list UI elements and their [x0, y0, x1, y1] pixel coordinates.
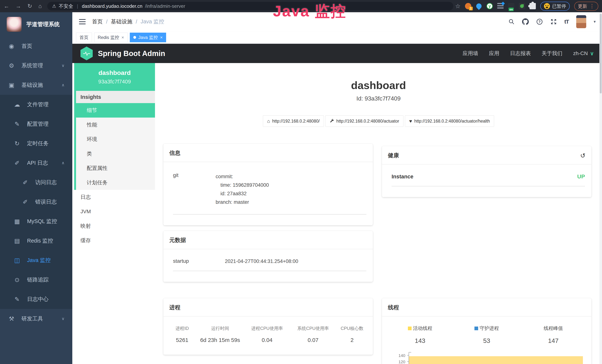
metadata-row-label: startup — [173, 258, 225, 264]
profile-paused-chip[interactable]: 已暂停 — [540, 2, 570, 11]
metadata-card: 元数据 startup 2021-04-27T00:44:31.254+08:0… — [163, 231, 373, 282]
git-branch-line: branch: master — [216, 198, 269, 206]
service-url-button[interactable]: ⌂ http://192.168.0.2:48080/ — [263, 115, 324, 127]
browser-right-cluster: ☆ 1 y on 已暂停 更新 ⋮ — [455, 2, 598, 11]
sidebar-item-config-mgmt[interactable]: ✎ 配置管理 — [0, 114, 72, 134]
extension-icon-pin[interactable] — [475, 2, 483, 10]
extensions-puzzle-icon[interactable] — [529, 3, 536, 9]
tab-redis-monitor[interactable]: Redis 监控 × — [94, 33, 128, 42]
browser-update-chip[interactable]: 更新 ⋮ — [574, 2, 598, 11]
sidebar-item-label: 定时任务 — [27, 140, 49, 147]
address-bar[interactable]: ⚠ 不安全 | dashboard.yudao.iocoder.cn/infra… — [47, 2, 453, 11]
y-tick-120: 120 — [393, 360, 405, 364]
sba-item-config-props[interactable]: 配置属性 — [76, 161, 155, 175]
reload-icon[interactable]: ↻ — [27, 3, 32, 9]
sba-item-caches[interactable]: 缓存 — [74, 233, 155, 248]
sba-item-scheduled[interactable]: 计划任务 — [76, 175, 155, 190]
health-card: 健康 ↺ Instance UP — [382, 146, 591, 197]
sba-item-details[interactable]: 细节 — [76, 103, 155, 118]
sba-locale-select[interactable]: zh-CN ∨ — [573, 50, 594, 57]
tab-java-monitor[interactable]: Java 监控 × — [130, 33, 166, 42]
sidebar-item-system[interactable]: ⚙ 系统管理 ∨ — [0, 56, 72, 75]
health-url-button[interactable]: ♥ http://192.168.0.2:48080/actuator/heal… — [405, 115, 494, 127]
sba-item-jvm[interactable]: JVM — [74, 204, 155, 219]
sidebar-item-redis-monitor[interactable]: ▤ Redis 监控 — [0, 231, 72, 250]
value-system-cpu: 0.07 — [290, 337, 336, 343]
breadcrumb-infra[interactable]: 基础设施 — [111, 18, 132, 25]
actuator-url-button[interactable]: http://192.168.0.2:48080/actuator — [325, 115, 403, 127]
sidebar-item-access-log[interactable]: ✐ 访问日志 — [0, 173, 72, 192]
sidebar-item-file-mgmt[interactable]: ☁ 文件管理 — [0, 95, 72, 114]
url-path[interactable]: /infra/admin-server — [145, 3, 185, 9]
threads-card: 线程 活动线程 143 — [382, 298, 591, 364]
value-pid: 5261 — [168, 337, 196, 343]
page-scrollbar[interactable] — [599, 12, 602, 364]
avatar-caret-icon[interactable]: ▾ — [594, 19, 596, 24]
fullscreen-icon[interactable] — [550, 18, 557, 25]
close-icon[interactable]: × — [160, 35, 163, 40]
sba-item-environment[interactable]: 环境 — [76, 132, 155, 147]
sidebar-item-dev-tools[interactable]: ⚒ 研发工具 ∨ — [0, 309, 72, 328]
legend-peak-threads: 线程峰值 147 — [520, 325, 587, 344]
sidebar-item-home[interactable]: ◉ 首页 — [0, 36, 72, 56]
extension-icon-leaf[interactable] — [519, 3, 525, 9]
home-icon[interactable]: ⌂ — [38, 3, 42, 9]
extension-icon-y[interactable]: y — [486, 3, 493, 9]
sba-nav-wallboard[interactable]: 应用墙 — [462, 50, 478, 57]
url-host[interactable]: dashboard.yudao.iocoder.cn — [82, 3, 143, 9]
bookmark-star-icon[interactable]: ☆ — [455, 3, 461, 10]
col-header-system-cpu: 系统CPU使用率 — [290, 325, 336, 331]
value-uptime: 6d 23h 15m 59s — [196, 337, 244, 343]
sba-instance-header[interactable]: dashboard 93a3fc7f7409 — [74, 63, 155, 91]
sba-brand-title[interactable]: Spring Boot Admin — [98, 49, 165, 58]
sba-item-logs[interactable]: 日志 — [74, 190, 155, 204]
sidebar-item-error-log[interactable]: ✐ 错误日志 — [0, 192, 72, 212]
spring-boot-admin-logo-icon[interactable] — [80, 47, 93, 60]
security-warning-icon[interactable]: ⚠ — [52, 3, 56, 9]
threads-card-header: 线程 — [382, 298, 591, 317]
tab-home[interactable]: 首页 — [76, 33, 92, 42]
security-label[interactable]: 不安全 — [59, 3, 73, 10]
sba-item-metrics[interactable]: 性能 — [76, 118, 155, 132]
search-icon[interactable] — [508, 19, 515, 25]
close-icon[interactable]: × — [121, 35, 124, 40]
sba-nav-about[interactable]: 关于我们 — [542, 50, 562, 57]
browser-menu-icon[interactable]: ⋮ — [589, 3, 595, 9]
extension-icon-grid[interactable] — [497, 3, 504, 9]
sba-nav-applications[interactable]: 应用 — [489, 50, 499, 57]
help-icon[interactable]: ? — [536, 18, 543, 25]
legend-value: 53 — [453, 337, 520, 344]
sidebar-item-mysql-monitor[interactable]: ▦ MySQL 监控 — [0, 212, 72, 231]
avatar[interactable] — [576, 15, 586, 28]
sidebar-item-infra[interactable]: ▣ 基础设施 ∧ — [0, 75, 72, 95]
sba-nav-journal[interactable]: 日志报表 — [510, 50, 531, 57]
info-card-header: 信息 — [163, 144, 373, 162]
forward-icon[interactable]: → — [16, 3, 21, 9]
sidebar-item-log-center[interactable]: ✎ 日志中心 — [0, 289, 72, 309]
history-icon[interactable]: ↺ — [580, 152, 586, 159]
sidebar-item-api-log[interactable]: ✐ API 日志 ∧ — [0, 153, 72, 173]
value-process-cpu: 0.04 — [244, 337, 290, 343]
process-table: 进程ID 运行时间 进程CPU使用率 系统CPU使用率 CPU核心数 5261 … — [163, 317, 373, 355]
extension-icon-orange[interactable]: 1 — [465, 3, 471, 9]
sba-item-mappings[interactable]: 映射 — [74, 219, 155, 233]
sidebar-collapse-icon[interactable] — [79, 19, 86, 24]
github-icon[interactable] — [522, 18, 529, 25]
chevron-up-icon: ∧ — [62, 161, 64, 165]
app-logo-row[interactable]: 芋道管理系统 — [0, 12, 72, 36]
font-size-icon[interactable]: tT — [564, 19, 569, 25]
edit-icon: ✎ — [13, 120, 21, 128]
process-card-header: 进程 — [163, 298, 373, 317]
sidebar-item-tracing[interactable]: ⊙ 链路追踪 — [0, 270, 72, 289]
breadcrumb-home[interactable]: 首页 — [92, 18, 103, 25]
back-icon[interactable]: ← — [4, 3, 9, 9]
sidebar-item-scheduled-tasks[interactable]: ↻ 定时任务 — [0, 134, 72, 153]
sba-item-classes[interactable]: 类 — [76, 147, 155, 161]
value-cpu-cores: 2 — [336, 337, 368, 343]
metadata-card-header: 元数据 — [163, 231, 373, 249]
extension-icon-switch[interactable]: on — [508, 3, 514, 9]
card-title: 进程 — [169, 304, 180, 311]
scrollbar-thumb[interactable] — [600, 14, 602, 94]
live-threads-area-series — [409, 356, 583, 364]
sidebar-item-java-monitor[interactable]: ◫ Java 监控 — [0, 250, 72, 270]
